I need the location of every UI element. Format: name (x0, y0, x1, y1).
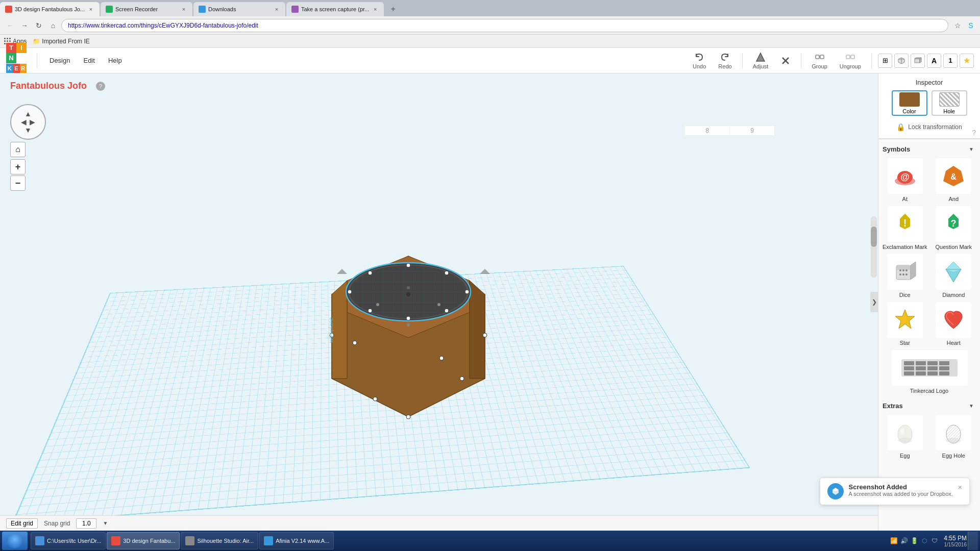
svg-point-37 (373, 397, 377, 401)
svg-point-28 (368, 271, 372, 275)
tray-network-icon[interactable]: 📶 (890, 537, 898, 545)
start-orb (7, 533, 22, 548)
browser-tab-2[interactable]: Screen Recorder × (101, 2, 192, 16)
tab-close-4[interactable]: × (372, 6, 379, 13)
navigation-controls: ▲ ◀ · ▶ ▼ ⌂ + − (10, 104, 46, 191)
zoom-in-button[interactable]: + (10, 159, 26, 174)
menu-design[interactable]: Design (43, 54, 76, 67)
taskbar-item-explorer[interactable]: C:\Users\ltc User\Dr... (31, 532, 106, 549)
refresh-button[interactable]: ↻ (33, 19, 45, 32)
tab-close-1[interactable]: × (87, 6, 94, 13)
text-view-button[interactable]: A (927, 54, 941, 68)
tray-sound-icon[interactable]: 🔊 (900, 537, 908, 545)
svg-rect-78 (927, 366, 938, 370)
shape-dice[interactable]: Dice (883, 254, 927, 298)
snap-dropdown-arrow[interactable]: ▼ (103, 520, 108, 526)
panel-toggle-button[interactable]: ❯ (870, 292, 878, 312)
notification-close-button[interactable]: × (958, 483, 962, 491)
help-button[interactable]: ? (96, 82, 105, 91)
compass-up-arrow[interactable]: ▲ (24, 110, 32, 117)
number-view-button[interactable]: 1 (943, 54, 958, 68)
cube-view-button[interactable] (894, 54, 909, 68)
shape-question[interactable]: ? Question Mark (932, 206, 976, 250)
compass-right-arrow[interactable]: ▶ (30, 118, 35, 126)
extras-collapse-arrow: ▼ (969, 403, 974, 409)
star-icon[interactable]: ☆ (952, 20, 963, 31)
close-shape-button[interactable] (776, 54, 795, 68)
taskbar-item-tinkercad[interactable]: 3D design Fantabu... (107, 532, 180, 549)
undo-button[interactable]: Undo (689, 50, 710, 71)
compass-left-arrow[interactable]: ◀ (21, 118, 27, 126)
symbols-section-header[interactable]: Symbols ▼ (883, 143, 976, 156)
address-bar[interactable] (61, 19, 948, 32)
skype-icon[interactable]: S (966, 20, 976, 31)
svg-text:&: & (950, 172, 957, 181)
logo-cell-t: T (6, 43, 16, 53)
taskbar-item-afinia[interactable]: Afinia V2.14 www.A... (259, 532, 334, 549)
svg-point-84 (898, 438, 912, 443)
shape-at[interactable]: @ At (883, 158, 927, 202)
box-view-button[interactable] (911, 54, 925, 68)
shape-diamond[interactable]: Diamond (932, 254, 976, 298)
new-tab-button[interactable]: + (387, 3, 399, 15)
redo-button[interactable]: Redo (714, 50, 736, 71)
show-desktop-button[interactable] (968, 532, 978, 550)
shape-egg[interactable]: Egg (883, 415, 927, 459)
back-button[interactable]: ← (4, 19, 16, 32)
edit-grid-button[interactable]: Edit grid (6, 518, 38, 529)
shape-star[interactable]: Star (883, 302, 927, 346)
menu-help[interactable]: Help (102, 54, 128, 67)
start-button[interactable] (2, 532, 28, 550)
shape-and[interactable]: & And (932, 158, 976, 202)
browser-tab-3[interactable]: Downloads × (193, 2, 285, 16)
svg-rect-81 (939, 366, 949, 370)
extras-section-header[interactable]: Extras ▼ (883, 400, 976, 413)
shape-egg-hole[interactable]: Egg Hole (932, 415, 976, 459)
shape-exclamation[interactable]: ! Exclamation Mark (883, 206, 927, 250)
color-option-button[interactable]: Color (892, 90, 927, 116)
inspector-help-icon[interactable]: ? (972, 129, 976, 137)
taskbar-afinia-label: Afinia V2.14 www.A... (276, 538, 329, 544)
svg-marker-15 (920, 58, 921, 63)
lock-transformation-button[interactable]: 🔒 Lock transformation (884, 121, 975, 133)
menu-edit[interactable]: Edit (77, 54, 101, 67)
zoom-out-button[interactable]: − (10, 176, 26, 191)
tray-battery-icon[interactable]: 🔋 (910, 537, 918, 545)
compass-control[interactable]: ▲ ◀ · ▶ ▼ (10, 104, 46, 140)
grid-view-button[interactable]: ⊞ (878, 54, 892, 68)
taskbar-clock[interactable]: 4:55 PM 1/15/2016 (944, 535, 967, 547)
hole-option-button[interactable]: Hole (932, 90, 967, 116)
at-shape-svg: @ (892, 163, 918, 189)
dice-shape-svg (892, 259, 918, 285)
tab-close-3[interactable]: × (273, 6, 280, 13)
afinia-icon (264, 536, 273, 545)
compass-center: · (28, 119, 29, 125)
tray-dropbox-icon[interactable]: ⬡ (920, 537, 928, 545)
svg-point-38 (439, 356, 444, 360)
shapes-scrollbar[interactable] (871, 216, 877, 278)
svg-rect-74 (916, 361, 926, 365)
tray-antivirus-icon[interactable]: 🛡 (930, 537, 939, 545)
imported-from-ie-bookmark[interactable]: 📁 Imported From IE (33, 38, 89, 45)
compass-down-arrow[interactable]: ▼ (24, 127, 32, 134)
shape-tinkercad-logo[interactable]: Tinkercad Logo (891, 350, 968, 394)
shape-heart[interactable]: Heart (932, 302, 976, 346)
svg-point-27 (465, 290, 469, 294)
svg-rect-7 (846, 55, 850, 59)
group-button[interactable]: Group (807, 50, 831, 71)
home-view-button[interactable]: ⌂ (10, 142, 26, 157)
shapes-scroll-thumb[interactable] (871, 227, 877, 247)
forward-button[interactable]: → (18, 19, 31, 32)
browser-tab-1[interactable]: 3D design Fantabulous Jo... × (0, 2, 100, 16)
redo-icon (720, 52, 730, 62)
browser-tab-4[interactable]: Take a screen capture (pr... × (286, 2, 384, 16)
home-nav-button[interactable]: ⌂ (47, 19, 59, 32)
3d-canvas[interactable]: workplane (77, 150, 740, 495)
tab-close-2[interactable]: × (180, 6, 187, 13)
taskbar-silhouette-label: Silhouette Studio: Air... (197, 538, 254, 544)
taskbar-item-silhouette[interactable]: Silhouette Studio: Air... (181, 532, 258, 549)
star-view-button[interactable]: ★ (960, 54, 974, 68)
snap-grid-input[interactable] (76, 518, 96, 529)
ungroup-button[interactable]: Ungroup (836, 50, 865, 71)
adjust-button[interactable]: Adjust (749, 50, 773, 71)
